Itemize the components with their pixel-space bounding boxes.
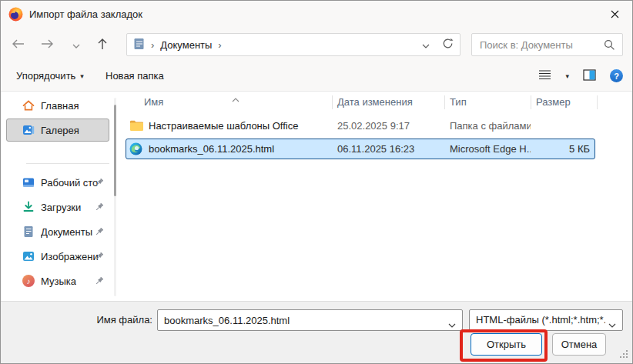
caret-down-icon: ▾ xyxy=(80,72,84,80)
music-icon: ♪ xyxy=(22,275,35,287)
file-list: Имя Дата изменения Тип Размер Настраивае… xyxy=(124,92,632,301)
chevron-down-icon[interactable] xyxy=(448,319,456,330)
view-mode-button[interactable] xyxy=(537,68,553,84)
arrow-up-icon xyxy=(97,38,108,52)
pin-icon[interactable] xyxy=(93,251,105,262)
file-type: Microsoft Edge H... xyxy=(450,138,531,161)
arrow-right-icon xyxy=(41,38,54,52)
documents-location-icon xyxy=(133,38,145,52)
file-type: Папка с файлами xyxy=(450,115,531,138)
close-button[interactable] xyxy=(597,1,632,28)
file-row-office-templates[interactable]: Настраиваемые шаблоны Office 25.02.2025 … xyxy=(124,115,617,138)
caret-down-icon: ▾ xyxy=(565,72,569,80)
pin-icon[interactable] xyxy=(93,177,105,189)
preview-pane-icon xyxy=(583,69,596,83)
back-button[interactable] xyxy=(6,33,29,56)
filename-label: Имя файла: xyxy=(1,309,152,331)
sidebar-item-label: Рабочий сто xyxy=(41,177,98,189)
navigation-pane: Главная Галерея Рабочий сто Заг xyxy=(1,92,112,301)
column-divider xyxy=(444,95,445,109)
pin-icon[interactable] xyxy=(93,276,105,287)
help-icon: ? xyxy=(610,69,623,82)
resize-grip[interactable] xyxy=(620,349,628,361)
search-icon xyxy=(604,39,615,53)
column-header-size[interactable]: Размер xyxy=(536,92,571,113)
cancel-button[interactable]: Отмена xyxy=(552,333,606,356)
column-divider xyxy=(332,95,333,109)
sidebar-scrollbar xyxy=(114,98,116,296)
address-bar[interactable]: › Документы › xyxy=(126,33,461,56)
sidebar-item-gallery[interactable]: Галерея xyxy=(6,119,109,142)
address-dropdown-icon[interactable] xyxy=(422,39,430,51)
file-name: Настраиваемые шаблоны Office xyxy=(149,115,330,138)
sidebar-item-music[interactable]: ♪ Музыка xyxy=(6,269,109,292)
window-title: Импорт файла закладок xyxy=(29,1,142,28)
sidebar-item-label: Документы xyxy=(41,226,92,238)
sidebar-item-label: Музыка xyxy=(41,276,76,287)
file-date: 06.11.2025 16:23 xyxy=(337,138,445,161)
sidebar-item-pictures[interactable]: Изображени xyxy=(6,245,109,268)
filename-combobox xyxy=(157,309,463,331)
breadcrumb-documents[interactable]: Документы xyxy=(160,39,212,51)
column-divider xyxy=(597,95,598,109)
desktop-icon xyxy=(22,176,35,189)
gallery-icon xyxy=(22,124,35,136)
sidebar-item-documents[interactable]: Документы xyxy=(6,220,109,243)
column-header-name[interactable]: Имя xyxy=(144,92,163,113)
sidebar-item-home[interactable]: Главная xyxy=(6,94,109,117)
search-box xyxy=(471,33,623,56)
edge-icon xyxy=(129,142,142,156)
list-view-icon xyxy=(538,69,551,82)
column-header-date[interactable]: Дата изменения xyxy=(337,92,413,113)
recent-locations-button[interactable] xyxy=(65,33,88,56)
sidebar-item-label: Главная xyxy=(41,100,79,112)
column-headers: Имя Дата изменения Тип Размер xyxy=(124,92,632,113)
forward-button[interactable] xyxy=(35,33,59,56)
arrow-left-icon xyxy=(12,38,25,52)
sidebar-separator xyxy=(1,143,112,171)
filetype-value: HTML-файлы (*.html;*.htm;*.s xyxy=(476,310,605,330)
sidebar-item-videos-partial[interactable] xyxy=(6,294,109,301)
close-icon xyxy=(611,9,619,21)
chevron-down-icon xyxy=(72,39,80,51)
file-name: bookmarks_06.11.2025.html xyxy=(149,138,330,161)
filename-input[interactable] xyxy=(158,310,462,330)
main-area: Главная Галерея Рабочий сто Заг xyxy=(1,92,632,301)
search-input[interactable] xyxy=(472,34,622,55)
refresh-icon[interactable] xyxy=(442,38,454,52)
command-toolbar: Упорядочить ▾ Новая папка ▾ ? xyxy=(1,61,632,92)
new-folder-label: Новая папка xyxy=(106,70,164,82)
sidebar-item-downloads[interactable]: Загрузки xyxy=(6,195,109,219)
file-size xyxy=(536,115,590,138)
downloads-icon xyxy=(22,201,35,213)
preview-pane-button[interactable] xyxy=(581,68,598,85)
new-folder-button[interactable]: Новая папка xyxy=(101,61,169,91)
help-button[interactable]: ? xyxy=(608,68,625,84)
import-bookmarks-dialog: Импорт файла закладок › Документы › xyxy=(0,0,633,364)
column-header-type[interactable]: Тип xyxy=(450,92,467,113)
view-mode-dropdown[interactable]: ▾ xyxy=(564,71,571,82)
file-size: 5 КБ xyxy=(536,138,590,161)
organize-button[interactable]: Упорядочить ▾ xyxy=(12,61,89,91)
sidebar-item-label: Загрузки xyxy=(41,202,81,213)
pictures-icon xyxy=(22,250,35,262)
file-row-bookmarks-selected[interactable]: bookmarks_06.11.2025.html 06.11.2025 16:… xyxy=(124,138,617,161)
breadcrumb-separator: › xyxy=(151,39,154,51)
firefox-icon xyxy=(8,7,23,22)
breadcrumb-separator: › xyxy=(218,39,221,51)
title-bar: Импорт файла закладок xyxy=(1,1,632,28)
chevron-down-icon xyxy=(608,319,616,330)
sidebar-item-label: Изображени xyxy=(41,251,99,262)
sidebar-item-desktop[interactable]: Рабочий сто xyxy=(6,171,109,194)
up-button[interactable] xyxy=(91,33,114,56)
pin-icon[interactable] xyxy=(93,226,105,238)
column-divider xyxy=(531,95,531,109)
filetype-dropdown[interactable]: HTML-файлы (*.html;*.htm;*.s xyxy=(469,309,623,331)
scrollbar-thumb[interactable] xyxy=(114,105,116,196)
pin-icon[interactable] xyxy=(93,202,105,213)
sort-ascending-icon xyxy=(232,93,239,105)
documents-icon xyxy=(22,225,35,238)
home-icon xyxy=(22,99,35,112)
dialog-footer: Имя файла: HTML-файлы (*.html;*.htm;*.s … xyxy=(1,301,632,364)
open-button[interactable]: Открыть xyxy=(471,333,542,356)
